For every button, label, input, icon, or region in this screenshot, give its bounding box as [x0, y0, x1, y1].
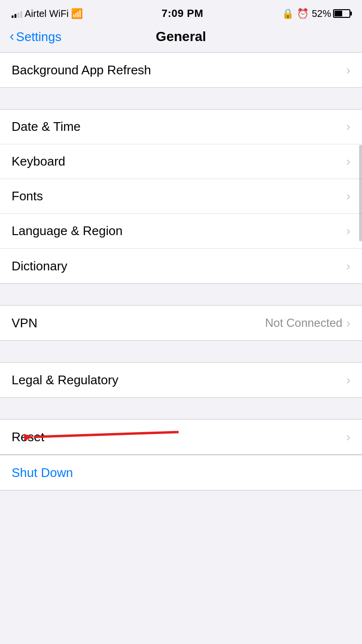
dictionary-item[interactable]: Dictionary › — [0, 249, 362, 283]
section-group1: Background App Refresh › — [0, 52, 362, 88]
dictionary-label: Dictionary — [12, 259, 68, 274]
page-title: General — [156, 29, 206, 44]
scrollbar[interactable] — [359, 145, 362, 241]
shutdown-label: Shut Down — [12, 465, 73, 480]
battery-container: 52% — [312, 8, 350, 19]
settings-group-5: Reset › — [0, 419, 362, 455]
background-app-refresh-label: Background App Refresh — [12, 63, 151, 78]
chevron-right-icon: › — [346, 63, 350, 78]
reset-label: Reset — [12, 430, 44, 445]
battery-fill — [334, 11, 342, 16]
status-left: Airtel WiFi 📶 — [12, 8, 83, 19]
section-group2: Date & Time › Keyboard › Fonts › Langu — [0, 109, 362, 284]
chevron-right-icon: › — [346, 373, 350, 388]
settings-group-4: Legal & Regulatory › — [0, 362, 362, 398]
section-group4: Legal & Regulatory › — [0, 362, 362, 398]
reset-item[interactable]: Reset › — [0, 420, 362, 454]
group-spacer-4 — [0, 398, 362, 419]
lock-icon: 🔒 — [282, 8, 294, 19]
shutdown-group: Shut Down — [0, 455, 362, 490]
vpn-label: VPN — [12, 316, 37, 331]
settings-group-1: Background App Refresh › — [0, 52, 362, 88]
back-label: Settings — [16, 29, 61, 44]
chevron-right-icon: › — [346, 430, 350, 445]
fonts-item[interactable]: Fonts › — [0, 179, 362, 214]
chevron-right-icon: › — [346, 154, 350, 169]
wifi-icon: 📶 — [71, 8, 83, 19]
chevron-right-icon: › — [346, 224, 350, 238]
back-chevron-icon: ‹ — [10, 29, 14, 43]
date-time-item[interactable]: Date & Time › — [0, 110, 362, 144]
chevron-right-icon: › — [346, 189, 350, 204]
date-time-label: Date & Time — [12, 119, 81, 134]
group-spacer-1 — [0, 88, 362, 109]
alarm-icon: ⏰ — [297, 8, 309, 19]
signal-icon — [12, 9, 22, 18]
settings-group-3: VPN Not Connected › — [0, 305, 362, 341]
section-group5: Reset › — [0, 419, 362, 455]
battery-percent: 52% — [312, 8, 331, 19]
status-right: 🔒 ⏰ 52% — [282, 8, 350, 19]
carrier-text: Airtel WiFi — [25, 8, 69, 19]
back-button[interactable]: ‹ Settings — [10, 29, 61, 44]
group-spacer-3 — [0, 341, 362, 362]
chevron-right-icon: › — [346, 259, 350, 274]
language-region-label: Language & Region — [12, 224, 123, 238]
battery-icon — [333, 9, 350, 18]
group-spacer-2 — [0, 284, 362, 305]
fonts-label: Fonts — [12, 189, 43, 204]
vpn-status: Not Connected — [265, 316, 342, 330]
keyboard-label: Keyboard — [12, 154, 65, 169]
section-shutdown: Shut Down — [0, 455, 362, 490]
chevron-right-icon: › — [346, 119, 350, 134]
status-time: 7:09 PM — [162, 7, 204, 20]
status-bar: Airtel WiFi 📶 7:09 PM 🔒 ⏰ 52% — [0, 0, 362, 24]
keyboard-item[interactable]: Keyboard › — [0, 144, 362, 179]
legal-regulatory-label: Legal & Regulatory — [12, 373, 118, 388]
section-group3: VPN Not Connected › — [0, 305, 362, 341]
shutdown-item[interactable]: Shut Down — [0, 455, 362, 490]
legal-regulatory-item[interactable]: Legal & Regulatory › — [0, 363, 362, 397]
vpn-item[interactable]: VPN Not Connected › — [0, 306, 362, 340]
background-app-refresh-item[interactable]: Background App Refresh › — [0, 53, 362, 87]
bottom-spacer — [0, 490, 362, 519]
chevron-right-icon: › — [346, 316, 350, 331]
language-region-item[interactable]: Language & Region › — [0, 214, 362, 249]
nav-bar: ‹ Settings General — [0, 24, 362, 52]
settings-group-2: Date & Time › Keyboard › Fonts › Langu — [0, 109, 362, 284]
